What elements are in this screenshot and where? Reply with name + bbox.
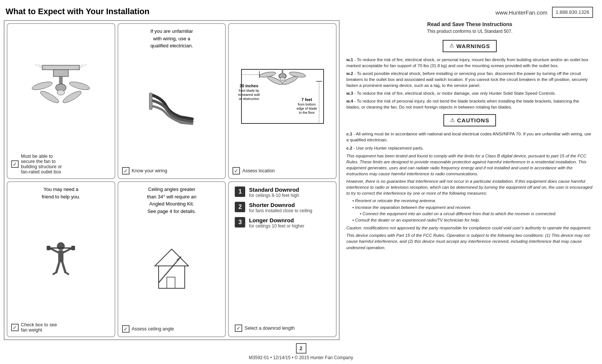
house-illustration bbox=[122, 216, 222, 323]
downrod-item-2: 2 Shorter Downrod for fans installed clo… bbox=[235, 202, 330, 213]
checkbox-friend[interactable] bbox=[11, 324, 19, 331]
downrod-item-1: 1 Standard Downrod for ceilings 8-10 fee… bbox=[235, 186, 330, 198]
svg-marker-51 bbox=[155, 249, 188, 266]
downrod-item-3: 3 Longer Downrod for ceilings 10 feet or… bbox=[235, 217, 330, 229]
cell-know-wiring: If you are unfamiliarwith wiring, use aq… bbox=[118, 23, 226, 179]
website-text: www.HunterFan.com bbox=[495, 9, 547, 16]
svg-rect-13 bbox=[149, 93, 152, 110]
checkbox-wiring[interactable] bbox=[122, 167, 130, 175]
left-panel: What to Expect with Your Installation bbox=[4, 4, 340, 340]
cell-downrod: 1 Standard Downrod for ceilings 8-10 fee… bbox=[228, 181, 337, 337]
svg-rect-23 bbox=[282, 69, 283, 74]
label-friend: Check box to seefan weight bbox=[21, 322, 57, 333]
svg-line-48 bbox=[65, 272, 68, 274]
checkbox-downrod[interactable] bbox=[235, 324, 242, 332]
label-angle: Assess ceiling angle bbox=[132, 326, 174, 332]
cell-bottom-secure-fan: Must be able tosecure the fan tobuilding… bbox=[11, 154, 62, 175]
warning-w3: w.3 - To reduce the risk of fire, electr… bbox=[346, 90, 593, 96]
svg-point-5 bbox=[69, 80, 90, 91]
svg-text:30 inches: 30 inches bbox=[240, 84, 258, 88]
downrod-title-2: Shorter Downrod bbox=[249, 202, 312, 208]
fcc-compliance: This device complies with Part 15 of the… bbox=[346, 232, 593, 250]
downrod-title-3: Longer Downrod bbox=[249, 217, 304, 223]
footer: 2 M3592-01 • 12/14/15 • © 2015 Hunter Fa… bbox=[0, 340, 602, 364]
room-illustration: 30 inches from blade tip to nearest wall… bbox=[233, 28, 332, 165]
fan-install-illustration bbox=[11, 28, 111, 151]
cautions-label: CAUTIONS bbox=[457, 116, 489, 124]
downrod-number-1: 1 bbox=[235, 186, 245, 197]
caution-c2: c.2 - Use only Hunter replacement parts. bbox=[346, 145, 593, 151]
svg-point-8 bbox=[57, 90, 65, 95]
page-title: What to Expect with Your Installation bbox=[4, 4, 340, 20]
svg-line-47 bbox=[53, 272, 56, 274]
caution-c1: c.1 - All wiring must be in accordance w… bbox=[346, 131, 593, 143]
warning-triangle-icon: ⚠ bbox=[449, 42, 454, 50]
fcc-italic-1: This equipment has been tested and found… bbox=[346, 153, 593, 177]
svg-line-40 bbox=[50, 248, 58, 252]
cell-secure-fan: Must be able tosecure the fan tobuilding… bbox=[7, 23, 115, 179]
svg-text:edge of blade: edge of blade bbox=[296, 107, 317, 110]
svg-text:or obstruction: or obstruction bbox=[238, 97, 259, 101]
footer-copyright: M3592-01 • 12/14/15 • © 2015 Hunter Fan … bbox=[0, 355, 602, 360]
warning-w2: w.2 - To avoid possible electrical shock… bbox=[346, 70, 593, 88]
warning-w4: w.4 - To reduce the risk of personal inj… bbox=[346, 98, 593, 110]
label-downrod: Select a downrod length bbox=[244, 326, 294, 331]
downrod-sub-2: for fans installed close to ceiling bbox=[249, 208, 312, 213]
checkbox-angle[interactable] bbox=[122, 325, 130, 333]
cell-bottom-downrod: Select a downrod length bbox=[235, 324, 294, 332]
svg-point-7 bbox=[62, 89, 82, 105]
fcc-italic-2: However, there is no guarantee that inte… bbox=[346, 178, 593, 196]
downrod-number-2: 2 bbox=[235, 202, 245, 212]
angle-top-text: Ceiling angles greaterthan 34° will requ… bbox=[147, 186, 196, 215]
downrod-text-1: Standard Downrod for ceilings 8-10 feet … bbox=[249, 186, 299, 198]
svg-point-22 bbox=[280, 77, 285, 81]
right-header: www.HunterFan.com 1.888.830.1326 bbox=[346, 7, 593, 18]
caution-triangle-icon: ⚠ bbox=[450, 117, 455, 124]
fcc-caution-note: Caution: modifications not approved by t… bbox=[346, 225, 593, 231]
fcc-bullet-1: Reorient or relocate the receiving anten… bbox=[352, 198, 593, 204]
svg-line-41 bbox=[63, 248, 72, 252]
person-illustration bbox=[11, 202, 111, 320]
warning-w1: w.1 - To reduce the risk of fire, electr… bbox=[346, 57, 593, 69]
cell-bottom-angle: Assess ceiling angle bbox=[122, 325, 174, 333]
cell-bottom-location: Assess location bbox=[233, 167, 275, 175]
cautions-header-box: ⚠ CAUTIONS bbox=[443, 114, 496, 126]
fcc-bullet-4: Consult the dealer or an experienced rad… bbox=[352, 217, 593, 223]
cell-bottom-friend: Check box to seefan weight bbox=[11, 322, 57, 333]
svg-point-6 bbox=[39, 89, 60, 105]
downrod-text-2: Shorter Downrod for fans installed close… bbox=[249, 202, 312, 213]
read-save-section: Read and Save These Instructions This pr… bbox=[346, 21, 593, 34]
svg-point-4 bbox=[31, 80, 53, 91]
downrod-text-3: Longer Downrod for ceilings 10 feet or h… bbox=[249, 217, 304, 229]
label-secure-fan: Must be able tosecure the fan tobuilding… bbox=[21, 154, 62, 175]
svg-line-45 bbox=[56, 262, 59, 272]
page-number-box: 2 bbox=[296, 343, 306, 354]
wiring-illustration bbox=[122, 51, 222, 165]
label-location: Assess location bbox=[242, 168, 275, 173]
cell-ceiling-angle: Ceiling angles greaterthan 34° will requ… bbox=[118, 181, 226, 337]
warnings-header-box: ⚠ WARNINGS bbox=[443, 40, 497, 52]
svg-point-38 bbox=[57, 242, 65, 250]
downrod-title-1: Standard Downrod bbox=[249, 186, 299, 193]
svg-rect-0 bbox=[42, 65, 79, 70]
svg-rect-1 bbox=[53, 70, 68, 76]
installation-grid: Must be able tosecure the fan tobuilding… bbox=[4, 20, 340, 340]
warnings-label: WARNINGS bbox=[456, 42, 490, 50]
fcc-bullet-2: Increase the separation between the equi… bbox=[352, 204, 593, 211]
read-save-title: Read and Save These Instructions bbox=[346, 21, 593, 28]
svg-rect-53 bbox=[167, 277, 175, 288]
svg-text:to nearest wall: to nearest wall bbox=[238, 93, 260, 97]
cell-bottom-wiring: Know your wiring bbox=[122, 167, 167, 175]
downrod-options: 1 Standard Downrod for ceilings 8-10 fee… bbox=[235, 186, 330, 322]
phone-box: 1.888.830.1326 bbox=[552, 7, 593, 18]
checkbox-secure-fan[interactable] bbox=[11, 160, 19, 168]
downrod-sub-1: for ceilings 8-10 feet high bbox=[249, 193, 299, 198]
svg-text:to the floor: to the floor bbox=[299, 111, 315, 114]
wiring-top-text: If you are unfamiliarwith wiring, use aq… bbox=[150, 28, 193, 50]
svg-text:from blade tip: from blade tip bbox=[238, 89, 259, 92]
svg-line-46 bbox=[62, 262, 65, 272]
read-save-sub: This product conforms to UL Standard 507… bbox=[346, 28, 593, 35]
friend-top-text: You may need afriend to help you. bbox=[42, 186, 80, 200]
checkbox-location[interactable] bbox=[233, 167, 240, 175]
svg-rect-42 bbox=[47, 246, 50, 250]
